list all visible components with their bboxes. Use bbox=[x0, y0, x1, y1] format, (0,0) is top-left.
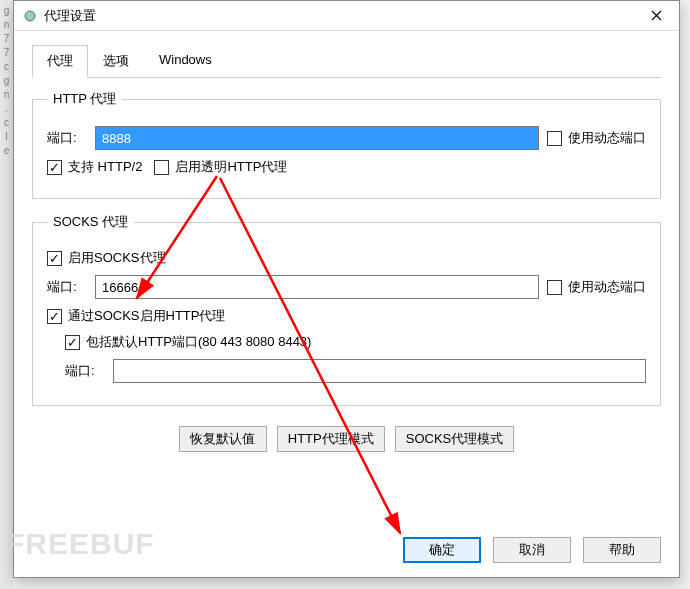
checkbox-icon bbox=[47, 251, 62, 266]
enable-socks-label: 启用SOCKS代理 bbox=[68, 249, 166, 267]
socks-port-input-wrap bbox=[95, 275, 539, 299]
http2-label: 支持 HTTP/2 bbox=[68, 158, 142, 176]
http-dyn-port-label: 使用动态端口 bbox=[568, 129, 646, 147]
http-via-socks-label: 通过SOCKS启用HTTP代理 bbox=[68, 307, 225, 325]
checkbox-icon bbox=[154, 160, 169, 175]
http-port-input[interactable] bbox=[95, 126, 539, 150]
help-button[interactable]: 帮助 bbox=[583, 537, 661, 563]
transparent-checkbox[interactable]: 启用透明HTTP代理 bbox=[154, 158, 287, 176]
socks-dyn-port-label: 使用动态端口 bbox=[568, 278, 646, 296]
http2-checkbox[interactable]: 支持 HTTP/2 bbox=[47, 158, 142, 176]
checkbox-icon bbox=[65, 335, 80, 350]
dialog-body: 代理 选项 Windows HTTP 代理 端口: 使用动态端口 支持 HTTP… bbox=[14, 31, 679, 525]
socks-dyn-port-checkbox[interactable]: 使用动态端口 bbox=[547, 278, 646, 296]
svg-point-0 bbox=[25, 11, 35, 21]
app-icon bbox=[22, 8, 38, 24]
extra-port-label: 端口: bbox=[65, 362, 105, 380]
enable-socks-checkbox[interactable]: 启用SOCKS代理 bbox=[47, 249, 166, 267]
tab-options[interactable]: 选项 bbox=[88, 45, 144, 78]
http-port-label: 端口: bbox=[47, 129, 87, 147]
window-title: 代理设置 bbox=[44, 7, 633, 25]
tab-strip: 代理 选项 Windows bbox=[32, 45, 661, 78]
close-icon bbox=[651, 10, 662, 21]
socks-proxy-group: SOCKS 代理 启用SOCKS代理 端口: 使用动态端口 bbox=[32, 213, 661, 406]
ok-button[interactable]: 确定 bbox=[403, 537, 481, 563]
obscured-background: gn77cgn.cle bbox=[0, 0, 13, 589]
socks-port-label: 端口: bbox=[47, 278, 87, 296]
http-dyn-port-checkbox[interactable]: 使用动态端口 bbox=[547, 129, 646, 147]
tab-proxy[interactable]: 代理 bbox=[32, 45, 88, 78]
http-mode-button[interactable]: HTTP代理模式 bbox=[277, 426, 385, 452]
watermark: FREEBUF bbox=[6, 527, 155, 561]
close-button[interactable] bbox=[633, 1, 679, 31]
default-ports-checkbox[interactable]: 包括默认HTTP端口(80 443 8080 8443) bbox=[65, 333, 311, 351]
checkbox-icon bbox=[547, 280, 562, 295]
checkbox-icon bbox=[47, 160, 62, 175]
http-legend: HTTP 代理 bbox=[47, 90, 122, 108]
transparent-label: 启用透明HTTP代理 bbox=[175, 158, 287, 176]
socks-legend: SOCKS 代理 bbox=[47, 213, 134, 231]
http-port-input-wrap bbox=[95, 126, 539, 150]
restore-defaults-button[interactable]: 恢复默认值 bbox=[179, 426, 267, 452]
http-via-socks-checkbox[interactable]: 通过SOCKS启用HTTP代理 bbox=[47, 307, 225, 325]
socks-port-input[interactable] bbox=[95, 275, 539, 299]
checkbox-icon bbox=[547, 131, 562, 146]
cancel-button[interactable]: 取消 bbox=[493, 537, 571, 563]
proxy-settings-dialog: 代理设置 代理 选项 Windows HTTP 代理 端口: 使用动态端口 bbox=[13, 0, 680, 578]
http-proxy-group: HTTP 代理 端口: 使用动态端口 支持 HTTP/2 启用透明H bbox=[32, 90, 661, 199]
titlebar: 代理设置 bbox=[14, 1, 679, 31]
checkbox-icon bbox=[47, 309, 62, 324]
default-ports-label: 包括默认HTTP端口(80 443 8080 8443) bbox=[86, 333, 311, 351]
tab-windows[interactable]: Windows bbox=[144, 45, 227, 78]
extra-port-input[interactable] bbox=[113, 359, 646, 383]
mode-button-row: 恢复默认值 HTTP代理模式 SOCKS代理模式 bbox=[32, 426, 661, 452]
socks-mode-button[interactable]: SOCKS代理模式 bbox=[395, 426, 515, 452]
extra-port-input-wrap bbox=[113, 359, 646, 383]
